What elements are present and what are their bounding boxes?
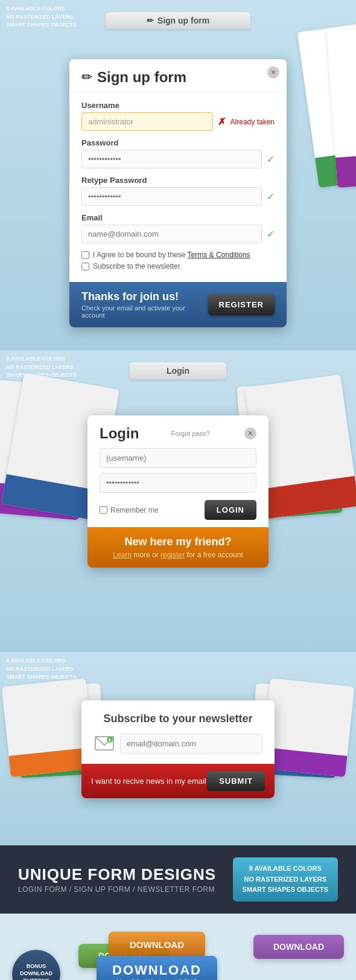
newsletter-label: Subscribe to the newsletter. <box>93 262 182 271</box>
forgot-password-link[interactable]: Forgot pass? <box>171 430 210 437</box>
footer-main-text: Thanks for join us! <box>81 290 208 303</box>
login-topbar-label: Login <box>167 366 189 376</box>
download-button-orange[interactable]: DOWNLOAD <box>109 932 205 958</box>
login-card-header: Login Forgot pass? ✕ <box>87 415 269 448</box>
retype-row: ✓ <box>81 187 275 206</box>
login-title: Login <box>100 425 139 442</box>
bonus-circle: BONUS DOWNLOAD BUTTONS <box>12 950 60 980</box>
newsletter-footer-text: I want to recive news in my email <box>91 777 206 786</box>
email-ok-icon: ✓ <box>267 228 275 240</box>
retype-password-input[interactable] <box>81 187 262 206</box>
login-row: Remember me LOGIN <box>100 500 256 520</box>
pencil-icon: ✏ <box>147 16 154 25</box>
newsletter-card: Subscribe to your newsletter + I want to… <box>81 700 275 798</box>
newsletter-checkbox[interactable] <box>81 263 89 271</box>
username-label: Username <box>81 101 275 110</box>
banner-subtitle: LOGIN FORM / SIGN UP FORM / NEWSLETTER F… <box>18 885 216 894</box>
mail-icon-box: + <box>94 732 115 754</box>
nl-bg-r1 <box>261 678 355 777</box>
retype-ok-icon: ✓ <box>267 191 275 202</box>
learn-link[interactable]: Learn <box>113 551 132 559</box>
login-topbar: Login <box>130 362 226 379</box>
register-button[interactable]: REGISTER <box>208 294 275 315</box>
password-label: Password <box>81 138 275 147</box>
checkboxes: I Agree to be bound by these Terms & Con… <box>81 251 275 271</box>
username-field-group: Username ✗ Already taken <box>81 101 275 131</box>
signup-card-header: ✏ Sign up form ✕ <box>69 59 287 92</box>
footer-text-or: more or <box>133 551 161 559</box>
section-download: BONUS DOWNLOAD BUTTONS DOWNLOAD DOWNLOAD… <box>0 914 356 980</box>
login-button[interactable]: LOGIN <box>205 500 256 520</box>
signup-card: ✏ Sign up form ✕ Username ✗ Already take… <box>69 59 287 327</box>
header-pencil-icon: ✏ <box>81 69 92 85</box>
banner-left: UNIQUE FORM DESIGNS LOGIN FORM / SIGN UP… <box>18 865 216 894</box>
terms-link[interactable]: Terms & Conditions <box>188 251 250 259</box>
login-username-input[interactable] <box>100 448 256 468</box>
newsletter-email-input[interactable] <box>120 734 262 754</box>
email-row: ✓ <box>81 225 275 243</box>
svg-text:+: + <box>108 737 111 743</box>
email-input[interactable] <box>81 225 262 243</box>
section1-badges: 8 AVAILABLE COLORS NO RASTERIZED LAYERS … <box>6 5 77 30</box>
username-row: ✗ Already taken <box>81 112 275 131</box>
newsletter-input-row: + <box>94 732 262 754</box>
error-x-icon: ✗ <box>218 116 226 127</box>
username-input[interactable] <box>81 112 213 131</box>
section-banner: UNIQUE FORM DESIGNS LOGIN FORM / SIGN UP… <box>0 845 356 914</box>
password-ok-icon: ✓ <box>267 153 275 165</box>
login-footer-sub: Learn more or register for a free accoun… <box>100 551 256 559</box>
footer-sub-text: Check your email and activate your accou… <box>81 304 208 319</box>
terms-checkbox[interactable] <box>81 251 89 259</box>
banner-badge-text: 8 AVAILABLE COLORS NO RASTERIZED LAYERS … <box>243 863 328 895</box>
signup-topbar: ✏ Sign up form <box>106 12 250 29</box>
signup-footer: Thanks for join us! Check your email and… <box>69 282 287 327</box>
submit-button[interactable]: SUBMIT <box>207 771 265 791</box>
newsletter-checkbox-row: Subscribe to the newsletter. <box>81 262 275 271</box>
terms-checkbox-row: I Agree to be bound by these Terms & Con… <box>81 251 275 259</box>
login-footer: New here my friend? Learn more or regist… <box>87 527 269 568</box>
remember-me-label: Remember me <box>100 506 158 514</box>
mail-icon: + <box>95 735 114 752</box>
download-button-purple[interactable]: DOWNLOAD <box>253 935 344 959</box>
footer-end-text: for a free account <box>186 551 243 559</box>
login-footer-main: New here my friend? <box>100 536 256 548</box>
login-close-button[interactable]: ✕ <box>244 428 256 440</box>
signup-title: Sign up form <box>97 69 186 86</box>
section-signup: 8 AVAILABLE COLORS NO RASTERIZED LAYERS … <box>0 0 356 350</box>
topbar-label: Sign up form <box>157 16 209 25</box>
banner-right: 8 AVAILABLE COLORS NO RASTERIZED LAYERS … <box>233 857 338 902</box>
remember-me-checkbox[interactable] <box>100 506 107 514</box>
footer-text-block: Thanks for join us! Check your email and… <box>81 290 208 319</box>
terms-text: I Agree to be bound by these Terms & Con… <box>93 251 250 259</box>
section-login: 8 AVAILABLE COLORS NO RASTERIZED LAYERS … <box>0 350 356 652</box>
email-field-group: Email ✓ <box>81 213 275 243</box>
close-button[interactable]: ✕ <box>267 66 279 78</box>
section-newsletter: 8 AVAILABLE COLORS NO RASTERIZED LAYERS … <box>0 652 356 845</box>
register-link[interactable]: register <box>161 551 185 559</box>
password-input[interactable] <box>81 150 262 168</box>
newsletter-title: Subscribe to your newsletter <box>94 713 262 725</box>
password-row: ✓ <box>81 150 275 168</box>
login-card: Login Forgot pass? ✕ Remember me LOGIN N… <box>87 415 269 568</box>
banner-title: UNIQUE FORM DESIGNS <box>18 865 216 884</box>
download-buttons-area: DOWNLOAD DOWNLOAD DOWNLOAD DOWNLOAD Mac … <box>72 926 344 980</box>
newsletter-footer: I want to recive news in my email SUBMIT <box>81 764 275 798</box>
login-body: Remember me LOGIN <box>87 448 269 527</box>
section3-badges: 8 AVAILABLE COLORS NO RASTERIZED LAYERS … <box>6 657 77 682</box>
password-field-group: Password ✓ <box>81 138 275 168</box>
download-button-main[interactable]: DOWNLOAD Mac OS / Windows / 3.5MB <box>97 956 217 980</box>
retype-password-field-group: Retype Password ✓ <box>81 176 275 206</box>
email-label: Email <box>81 213 275 222</box>
username-error-text: Already taken <box>230 118 275 126</box>
bonus-text: BONUS DOWNLOAD BUTTONS <box>20 963 52 980</box>
signup-body: Username ✗ Already taken Password ✓ Rety… <box>69 92 287 282</box>
newsletter-body: Subscribe to your newsletter + <box>81 700 275 764</box>
login-password-input[interactable] <box>100 473 256 493</box>
retype-label: Retype Password <box>81 176 275 185</box>
